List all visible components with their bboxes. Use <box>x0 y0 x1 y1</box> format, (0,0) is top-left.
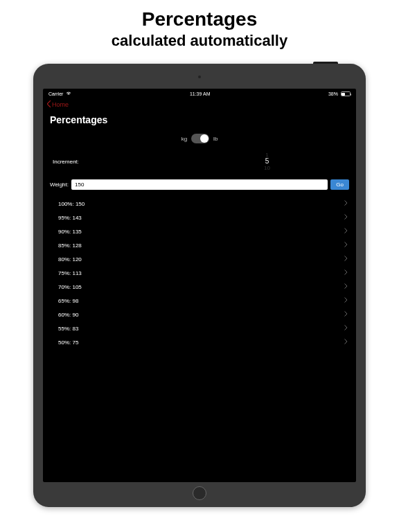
result-text: 55%: 83 <box>58 326 78 332</box>
status-time: 11:39 AM <box>190 91 211 96</box>
result-text: 85%: 128 <box>58 242 82 249</box>
screen: Carrier 11:39 AM 38% Home Percentages kg <box>43 89 356 482</box>
result-row[interactable]: 65%: 98 <box>43 294 356 308</box>
weight-label: Weight: <box>50 181 69 188</box>
result-row[interactable]: 70%: 105 <box>43 280 356 294</box>
result-row[interactable]: 100%: 150 <box>43 197 356 211</box>
toggle-knob <box>200 134 209 143</box>
result-row[interactable]: 50%: 75 <box>43 335 356 349</box>
chevron-right-icon <box>344 283 348 290</box>
unit-toggle-row: kg lb <box>43 131 356 148</box>
wifi-icon <box>66 91 71 96</box>
result-text: 70%: 105 <box>58 284 82 290</box>
carrier-label: Carrier <box>48 91 63 96</box>
result-row[interactable]: 75%: 113 <box>43 266 356 280</box>
picker-selected: 5 <box>188 158 346 165</box>
chevron-right-icon <box>344 339 348 346</box>
marketing-header: Percentages calculated automatically <box>0 0 399 55</box>
status-right: 38% <box>328 91 351 96</box>
result-row[interactable]: 90%: 135 <box>43 224 356 238</box>
unit-toggle[interactable] <box>191 134 209 143</box>
increment-label: Increment: <box>53 159 188 165</box>
result-text: 65%: 98 <box>58 298 78 304</box>
battery-icon <box>341 91 351 96</box>
chevron-right-icon <box>344 214 348 221</box>
result-row[interactable]: 95%: 143 <box>43 211 356 224</box>
go-button[interactable]: Go <box>330 179 349 190</box>
marketing-title: Percentages <box>0 8 399 30</box>
result-text: 100%: 150 <box>58 201 85 207</box>
increment-row: Increment: 1 5 10 <box>43 148 356 175</box>
ipad-frame: Carrier 11:39 AM 38% Home Percentages kg <box>33 64 366 507</box>
chevron-left-icon <box>47 100 51 109</box>
result-row[interactable]: 60%: 90 <box>43 308 356 321</box>
battery-pct-label: 38% <box>328 91 338 96</box>
weight-row: Weight: Go <box>43 175 356 194</box>
status-left: Carrier <box>48 91 71 96</box>
chevron-right-icon <box>344 242 348 249</box>
chevron-right-icon <box>344 311 348 318</box>
results-list: 100%: 15095%: 14390%: 13585%: 12880%: 12… <box>43 194 356 352</box>
unit-kg-label: kg <box>181 136 187 142</box>
status-bar: Carrier 11:39 AM 38% <box>43 89 356 98</box>
unit-lb-label: lb <box>213 136 218 142</box>
marketing-subtitle: calculated automatically <box>0 32 399 50</box>
result-row[interactable]: 85%: 128 <box>43 238 356 252</box>
result-text: 80%: 120 <box>58 256 82 263</box>
chevron-right-icon <box>344 269 348 276</box>
chevron-right-icon <box>344 297 348 304</box>
chevron-right-icon <box>344 325 348 332</box>
result-row[interactable]: 80%: 120 <box>43 252 356 266</box>
picker-option-below: 10 <box>188 165 346 171</box>
result-text: 60%: 90 <box>58 312 78 318</box>
back-button[interactable]: Home <box>47 100 69 109</box>
increment-picker[interactable]: 1 5 10 <box>188 152 346 171</box>
result-text: 75%: 113 <box>58 270 82 276</box>
back-label: Home <box>52 101 69 108</box>
result-row[interactable]: 55%: 83 <box>43 321 356 335</box>
weight-input[interactable] <box>71 179 328 190</box>
ipad-power-button <box>313 62 338 64</box>
chevron-right-icon <box>344 200 348 207</box>
chevron-right-icon <box>344 256 348 263</box>
chevron-right-icon <box>344 228 348 235</box>
result-text: 50%: 75 <box>58 339 78 346</box>
result-text: 90%: 135 <box>58 229 82 235</box>
ipad-camera <box>198 76 201 78</box>
result-text: 95%: 143 <box>58 215 82 221</box>
page-title: Percentages <box>43 112 356 131</box>
ipad-home-button[interactable] <box>193 486 206 500</box>
nav-bar: Home <box>43 98 356 112</box>
